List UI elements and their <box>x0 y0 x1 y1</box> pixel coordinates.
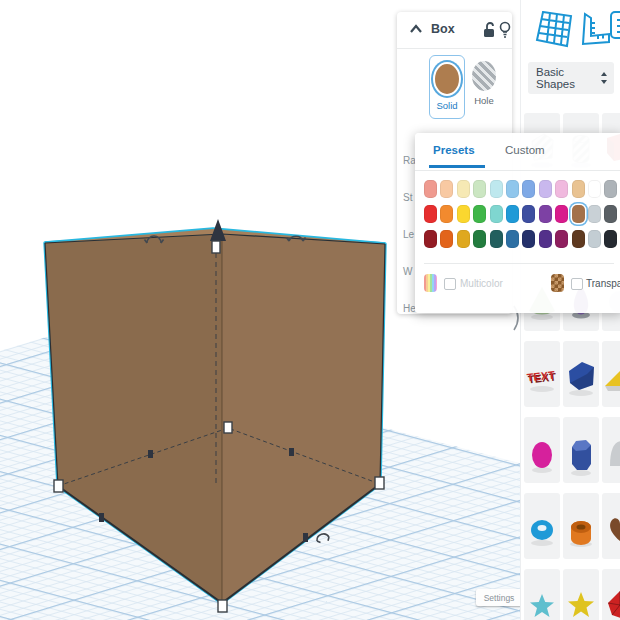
solid-hole-selector: Solid Hole <box>397 49 512 131</box>
teal-star-shape <box>530 594 554 617</box>
color-swatch[interactable] <box>604 180 617 198</box>
transparent-checkbox[interactable] <box>571 278 583 290</box>
shape-thumb-brown-heart[interactable] <box>602 493 620 559</box>
scale-handle-corner-back[interactable] <box>224 422 232 433</box>
hole-pattern-swatch[interactable] <box>472 61 496 91</box>
ruler-icon[interactable] <box>577 12 613 48</box>
settings-button[interactable]: Settings <box>476 589 522 606</box>
tinkercad-workspace: { "viewport": { "settings_label": "Setti… <box>0 0 620 620</box>
shape-thumb-blue-torus[interactable] <box>524 493 560 559</box>
color-swatch[interactable] <box>555 205 568 223</box>
color-swatch[interactable] <box>588 230 601 248</box>
collapse-chevron-icon[interactable] <box>409 24 423 34</box>
color-swatch[interactable] <box>572 230 585 248</box>
color-swatch[interactable] <box>555 230 568 248</box>
color-swatch[interactable] <box>424 205 437 223</box>
yellow-star-shape <box>568 592 594 617</box>
property-label-height: He <box>403 303 416 314</box>
shape-thumb-blue-roof[interactable] <box>563 341 599 407</box>
shape-thumb-yellow-wedge[interactable] <box>602 341 620 407</box>
pink-egg-shape <box>532 442 552 468</box>
brown-heart-shape <box>610 518 620 541</box>
transparent-label: Transparent <box>586 278 620 289</box>
shape-thumb-text[interactable]: TEXT TEXT <box>524 341 560 407</box>
tab-presets[interactable]: Presets <box>433 144 475 156</box>
color-swatch[interactable] <box>490 205 503 223</box>
shape-title: Box <box>431 22 455 36</box>
color-swatch[interactable] <box>506 205 519 223</box>
swatch-row-dark <box>424 230 620 248</box>
color-swatch[interactable] <box>473 230 486 248</box>
hole-option[interactable]: Hole <box>467 55 501 117</box>
scale-handle-edge-back-left[interactable] <box>148 450 153 458</box>
color-swatch[interactable] <box>506 230 519 248</box>
color-swatch[interactable] <box>440 230 453 248</box>
color-swatch[interactable] <box>522 205 535 223</box>
color-swatch[interactable] <box>588 205 601 223</box>
property-label-length: Le <box>403 229 414 240</box>
hole-label: Hole <box>467 95 501 106</box>
color-swatch[interactable] <box>424 180 437 198</box>
color-swatch[interactable] <box>440 180 453 198</box>
solid-option[interactable]: Solid <box>429 55 465 119</box>
lightbulb-icon[interactable] <box>499 21 511 39</box>
color-swatch[interactable] <box>457 180 470 198</box>
scale-handle-corner-left[interactable] <box>54 480 63 492</box>
color-swatch[interactable] <box>588 180 601 198</box>
color-swatch[interactable] <box>457 205 470 223</box>
scale-handle-edge-back-right[interactable] <box>289 448 294 456</box>
color-swatch[interactable] <box>539 180 552 198</box>
active-tab-underline <box>429 165 485 168</box>
shape-thumb-pink-egg[interactable] <box>524 417 560 483</box>
color-swatch[interactable] <box>473 180 486 198</box>
shape-thumb-yellow-star[interactable] <box>563 569 599 620</box>
color-swatch[interactable] <box>440 205 453 223</box>
transparent-swatch <box>551 274 564 292</box>
notes-icon[interactable] <box>609 8 620 48</box>
scale-handle-edge-front-left[interactable] <box>99 513 104 522</box>
shape-category-dropdown[interactable]: Basic Shapes <box>528 62 614 94</box>
inspector-header: Box <box>397 12 512 49</box>
shape-thumb-teal-star[interactable] <box>524 569 560 620</box>
scale-handle-corner-front[interactable] <box>218 600 227 612</box>
multicolor-checkbox[interactable] <box>444 278 456 290</box>
color-swatch[interactable] <box>473 205 486 223</box>
category-value: Basic Shapes <box>528 66 598 90</box>
color-swatch[interactable] <box>572 180 585 198</box>
color-swatch[interactable] <box>539 230 552 248</box>
shape-thumb-blue-polygon[interactable] <box>563 417 599 483</box>
color-swatch[interactable] <box>506 180 519 198</box>
color-swatch[interactable] <box>604 205 617 223</box>
color-swatch[interactable] <box>490 180 503 198</box>
gray-round-shape <box>610 441 620 466</box>
workplane-icon[interactable] <box>535 8 575 50</box>
color-swatch[interactable] <box>457 230 470 248</box>
lock-icon[interactable] <box>482 21 496 38</box>
solid-color-swatch[interactable] <box>433 62 461 96</box>
dropdown-caret-icon <box>598 70 610 86</box>
color-swatch[interactable] <box>522 180 535 198</box>
yellow-wedge-shape <box>605 359 620 386</box>
multicolor-swatch <box>424 274 437 292</box>
color-swatch[interactable] <box>604 230 617 248</box>
scale-handle-edge-front-right[interactable] <box>303 533 308 542</box>
solid-label: Solid <box>430 100 464 111</box>
scale-handle-top[interactable] <box>212 241 220 253</box>
color-swatch[interactable] <box>522 230 535 248</box>
color-swatch[interactable] <box>539 205 552 223</box>
shape-thumb-gray-round[interactable] <box>602 417 620 483</box>
color-swatch[interactable] <box>555 180 568 198</box>
divider <box>424 263 614 264</box>
color-swatch[interactable] <box>424 230 437 248</box>
color-picker-popover: Presets Custom Multicolor Transparent <box>415 133 620 313</box>
swatch-row-pastel <box>424 180 620 198</box>
multicolor-label: Multicolor <box>460 278 503 289</box>
divider <box>415 170 620 171</box>
property-label-steps: St <box>403 192 412 203</box>
shape-thumb-red-icosahedron[interactable] <box>602 569 620 620</box>
scale-handle-corner-right[interactable] <box>375 477 384 489</box>
color-swatch[interactable] <box>490 230 503 248</box>
color-swatch[interactable] <box>572 205 585 223</box>
shape-thumb-orange-tube[interactable] <box>563 493 599 559</box>
tab-custom[interactable]: Custom <box>505 144 545 156</box>
